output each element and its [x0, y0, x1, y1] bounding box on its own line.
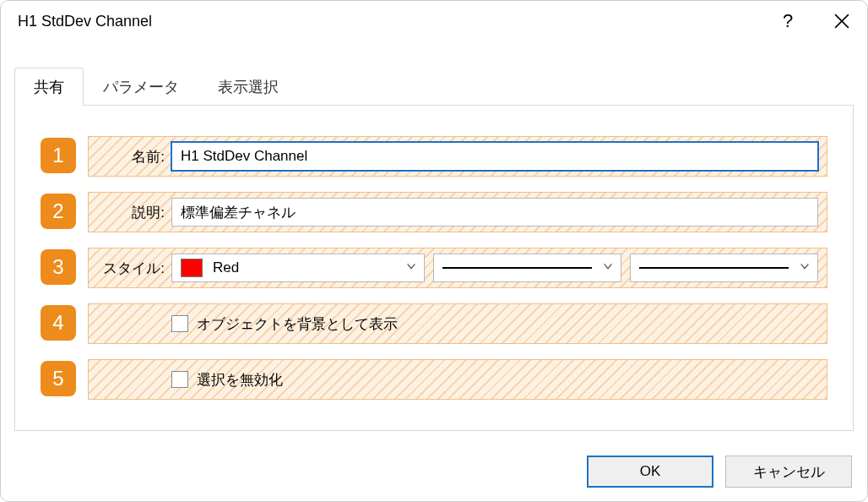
- style-label: スタイル:: [89, 259, 171, 278]
- tab-visibility-label: 表示選択: [218, 79, 279, 95]
- badge-4: 4: [41, 305, 76, 341]
- tab-panel-common: 1 名前: H1 StdDev Channel 2 説明: 標準偏差チャネル 3…: [14, 105, 854, 431]
- chevron-down-icon: [799, 260, 811, 276]
- disable-selection-label: 選択を無効化: [197, 370, 283, 390]
- line-width-sample: [639, 267, 789, 269]
- ok-button[interactable]: OK: [587, 456, 713, 488]
- color-combo[interactable]: Red: [171, 254, 425, 282]
- name-input[interactable]: H1 StdDev Channel: [171, 142, 818, 171]
- line-width-combo[interactable]: [630, 254, 818, 282]
- draw-as-background-control: オブジェクトを背景として表示: [89, 314, 398, 334]
- name-input-value: H1 StdDev Channel: [181, 148, 307, 165]
- row-disable-selection: 5 選択を無効化: [41, 359, 827, 400]
- tab-common[interactable]: 共有: [14, 68, 84, 106]
- help-button[interactable]: ?: [762, 1, 813, 41]
- color-name: Red: [213, 259, 239, 276]
- chevron-down-icon: [602, 260, 614, 276]
- row-draw-as-background-strip: オブジェクトを背景として表示: [88, 303, 827, 344]
- close-icon: [834, 14, 849, 29]
- tab-parameters[interactable]: パラメータ: [84, 68, 198, 106]
- tab-parameters-label: パラメータ: [103, 79, 179, 95]
- row-draw-as-background: 4 オブジェクトを背景として表示: [41, 303, 827, 344]
- tab-bar: 共有 パラメータ 表示選択: [14, 67, 854, 105]
- description-input[interactable]: 標準偏差チャネル: [171, 198, 818, 226]
- ok-button-label: OK: [640, 463, 661, 480]
- row-name-strip: 名前: H1 StdDev Channel: [88, 136, 827, 177]
- description-input-value: 標準偏差チャネル: [181, 203, 296, 222]
- badge-5: 5: [41, 361, 76, 396]
- row-style-strip: スタイル: Red: [88, 248, 827, 288]
- dialog-body: 共有 パラメータ 表示選択 1 名前: H1 StdDev Channel 2 …: [1, 41, 867, 443]
- draw-as-background-checkbox[interactable]: [171, 315, 188, 332]
- disable-selection-control: 選択を無効化: [89, 370, 283, 390]
- style-controls: Red: [171, 254, 827, 282]
- badge-1: 1: [41, 138, 76, 173]
- cancel-button-label: キャンセル: [753, 462, 825, 482]
- window-title: H1 StdDev Channel: [18, 13, 762, 30]
- line-style-sample: [442, 267, 592, 269]
- row-description: 2 説明: 標準偏差チャネル: [41, 192, 827, 232]
- titlebar: H1 StdDev Channel ?: [1, 1, 867, 41]
- chevron-down-icon: [405, 260, 417, 276]
- row-description-strip: 説明: 標準偏差チャネル: [88, 192, 827, 232]
- tab-common-label: 共有: [34, 79, 64, 95]
- cancel-button[interactable]: キャンセル: [725, 456, 852, 488]
- badge-3: 3: [41, 249, 76, 285]
- color-swatch: [181, 259, 203, 277]
- disable-selection-checkbox[interactable]: [171, 371, 188, 388]
- badge-2: 2: [41, 194, 76, 229]
- line-style-combo[interactable]: [433, 254, 621, 282]
- dialog-footer: OK キャンセル: [587, 456, 852, 488]
- row-disable-selection-strip: 選択を無効化: [88, 359, 827, 400]
- name-label: 名前:: [89, 147, 171, 166]
- draw-as-background-label: オブジェクトを背景として表示: [197, 314, 398, 334]
- close-button[interactable]: [816, 1, 867, 41]
- description-label: 説明:: [89, 203, 171, 222]
- row-name: 1 名前: H1 StdDev Channel: [41, 136, 827, 177]
- dialog-window: H1 StdDev Channel ? 共有 パラメータ 表示選択 1 名前: …: [0, 0, 868, 502]
- tab-visibility[interactable]: 表示選択: [198, 68, 298, 106]
- row-style: 3 スタイル: Red: [41, 248, 827, 288]
